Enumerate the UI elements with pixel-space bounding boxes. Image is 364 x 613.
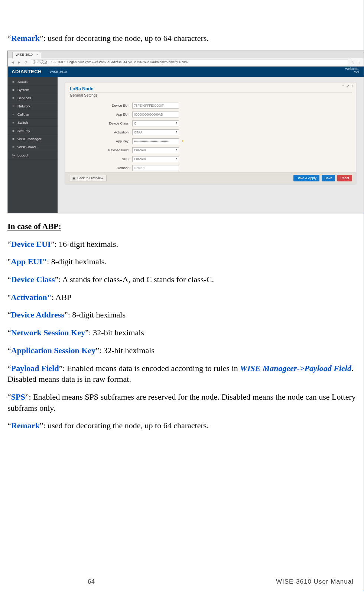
abp-app-session-key: “Application Session Key”: 32-bit hexima… [7, 345, 357, 356]
row-app-key: App Key ••••••••••••••••••••••••••••••••… [69, 137, 352, 146]
sidebar-item-cellular[interactable]: ≡Cellular [8, 110, 58, 119]
sidebar-item-label: Security [17, 129, 30, 133]
row-remark: Remark Remark [69, 164, 352, 172]
sidebar-item-label: System [17, 88, 29, 92]
abp-app-eui: "App EUI": 8-digit heximals. [7, 256, 357, 267]
select-activation[interactable]: OTAA [132, 129, 179, 135]
label-activation: Activation [69, 130, 132, 134]
sidebar-item-wise-paas[interactable]: ≡WISE-PaaS [8, 143, 58, 151]
abp-network-session-key: “Network Session Key”: 32-bit heximals [7, 327, 357, 338]
bookmark-icon[interactable]: ☆ [350, 60, 355, 64]
sidebar-item-label: Network [17, 104, 30, 108]
value-sps: Enabled [134, 157, 146, 161]
url-field[interactable]: ⓘ 不安全 | 192.168.1.1/cgi-bin/luci/;stok=c… [31, 59, 348, 65]
label-remark: Remark [69, 166, 132, 170]
row-device-eui: Device EUI 78FE40FFFE00000F [69, 101, 352, 110]
select-payload-field[interactable]: Enabled [132, 147, 179, 153]
abp-activation: "Activation": ABP [7, 292, 357, 303]
term-payload: Payload Field [11, 364, 59, 373]
list-icon: ≡ [12, 120, 15, 125]
desc-sps: : Enabled means SPS subframes are reserv… [7, 392, 356, 413]
abp-heading: In case of ABP: [7, 222, 357, 231]
page-footer: 64 WISE-3610 User Manual [0, 578, 364, 585]
welcome-user: root [345, 71, 359, 74]
select-sps[interactable]: Enabled [132, 156, 179, 162]
term-remark: Remark [11, 33, 40, 43]
lora-node-panel: ˄ ⤢ × LoRa Node General Settings Device … [65, 82, 356, 184]
sidebar: ≡Status ≡System ≡Services ≡Network ≡Cell… [8, 77, 58, 213]
select-device-class[interactable]: C [132, 120, 179, 126]
quote-open: " [7, 257, 11, 266]
welcome-block: Welcome, root [345, 67, 359, 74]
desc-device-eui: : 16-digit heximals. [54, 239, 118, 249]
back-to-overview-button[interactable]: ▣ Back to Overview [69, 175, 107, 181]
reload-icon[interactable]: ⟳ [23, 59, 29, 65]
back-icon: ▣ [72, 176, 76, 180]
action-button-group: Save & Apply Save Reset [293, 175, 352, 181]
reset-button[interactable]: Reset [337, 175, 352, 181]
forward-icon[interactable]: ► [17, 59, 22, 65]
term-remark-2: Remark [11, 421, 40, 430]
sidebar-item-status[interactable]: ≡Status [8, 78, 58, 86]
page-number: 64 [7, 578, 175, 585]
menu-icon[interactable]: ⋮ [357, 60, 361, 64]
list-icon: ≡ [12, 137, 15, 141]
desc-activation: : ABP [52, 293, 71, 302]
input-app-key[interactable]: •••••••••••••••••••••••••••••••• [132, 138, 179, 144]
reveal-key-icon[interactable]: ✦ [181, 139, 184, 143]
input-app-eui[interactable]: 00000000000000AB [132, 112, 179, 117]
back-icon[interactable]: ◄ [10, 59, 15, 65]
brand-logo: AD\ANTECH [12, 69, 42, 74]
row-payload-field: Payload Field Enabled [69, 146, 352, 155]
abp-device-eui: “Device EUI”: 16-digit heximals. [7, 239, 357, 250]
save-and-apply-button[interactable]: Save & Apply [293, 175, 319, 181]
product-name: WISE-3610 [50, 70, 67, 74]
value-activation: OTAA [134, 130, 143, 134]
save-button[interactable]: Save [322, 175, 335, 181]
panel-inner: LoRa Node General Settings Device EUI 78… [65, 83, 356, 184]
sidebar-item-network[interactable]: ≡Network [8, 102, 58, 110]
term-device-address: Device Address [11, 310, 64, 319]
back-label: Back to Overview [77, 176, 103, 180]
label-payload-field: Payload Field [69, 148, 132, 152]
desc-net-session-key: : 32-bit heximals [89, 328, 144, 337]
sidebar-item-label: WISE-PaaS [17, 145, 36, 149]
row-activation: Activation OTAA [69, 128, 352, 137]
label-device-eui: Device EUI [69, 104, 132, 107]
desc-payload-1: : Enabled means data is encoded accordin… [62, 364, 240, 373]
sidebar-item-label: Logout [17, 153, 28, 157]
value-app-eui: 00000000000000AB [134, 113, 163, 116]
placeholder-remark: Remark [134, 166, 145, 170]
sidebar-item-security[interactable]: ≡Security [8, 127, 58, 135]
app-topbar: AD\ANTECH WISE-3610 Welcome, root [8, 67, 364, 77]
sidebar-item-services[interactable]: ≡Services [8, 94, 58, 102]
sidebar-item-switch[interactable]: ≡Switch [8, 119, 58, 127]
sidebar-item-wise-manager[interactable]: ≡WISE Manager [8, 135, 58, 143]
quote-open: " [7, 293, 11, 302]
input-remark[interactable]: Remark [132, 165, 179, 171]
app-body: ≡Status ≡System ≡Services ≡Network ≡Cell… [8, 77, 364, 213]
abp-remark: “Remark”: used for decorating the node, … [7, 420, 357, 431]
sidebar-item-label: WISE Manager [17, 137, 41, 141]
desc-app-session-key: : 32-bit heximals [99, 346, 155, 355]
close-icon[interactable]: × [37, 53, 39, 57]
insecure-icon: ⓘ [33, 60, 36, 65]
desc-device-address: : 8-digit heximals [68, 310, 126, 319]
panel-title: LoRa Node [69, 85, 352, 92]
embedded-screenshot: WISE-3610 × ◄ ► ⟳ ⓘ 不安全 | 192.168.1.1/cg… [7, 51, 364, 213]
term-app-session-key: Application Session Key [11, 346, 95, 355]
abp-device-class: “Device Class”: A stands for class-A, an… [7, 274, 357, 285]
sidebar-item-logout[interactable]: ↪Logout [8, 151, 58, 159]
browser-address-bar: ◄ ► ⟳ ⓘ 不安全 | 192.168.1.1/cgi-bin/luci/;… [8, 58, 364, 67]
row-device-class: Device Class C [69, 119, 352, 128]
browser-tab[interactable]: WISE-3610 × [12, 52, 41, 58]
manual-page: “Remark”: used for decorating the node, … [0, 0, 364, 613]
value-payload-field: Enabled [134, 148, 146, 152]
list-icon: ≡ [12, 80, 15, 84]
term-remark-desc: : used for decorating the node, up to 64… [43, 33, 209, 43]
panel-subtitle: General Settings [69, 92, 352, 101]
label-sps: SPS [69, 157, 132, 161]
sidebar-item-system[interactable]: ≡System [8, 86, 58, 94]
footer-inner: 64 WISE-3610 User Manual [7, 578, 357, 585]
input-device-eui[interactable]: 78FE40FFFE00000F [132, 103, 179, 109]
